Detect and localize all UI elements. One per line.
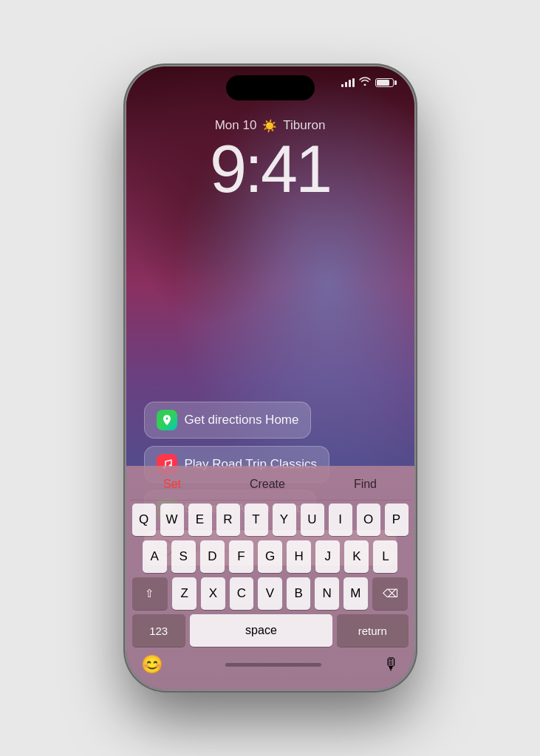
key-K[interactable]: K: [344, 540, 369, 573]
key-T[interactable]: T: [245, 504, 268, 536]
key-P[interactable]: P: [385, 504, 409, 536]
keyboard-bottom-row: 😊 🎙: [129, 651, 411, 681]
key-C[interactable]: C: [230, 577, 254, 610]
lock-screen-content: Mon 10 ☀️ Tiburon 9:41: [126, 111, 414, 202]
lock-time: 9:41: [210, 136, 330, 202]
keyboard-row-2: A S D F G H J K L: [129, 540, 411, 573]
key-E[interactable]: E: [188, 504, 212, 536]
key-N[interactable]: N: [315, 577, 339, 610]
key-H[interactable]: H: [287, 540, 311, 573]
weather-icon: ☀️: [262, 119, 277, 133]
return-key[interactable]: return: [337, 614, 409, 647]
key-L[interactable]: L: [373, 540, 397, 573]
status-icons: [341, 77, 394, 88]
key-V[interactable]: V: [258, 577, 282, 610]
dynamic-island: [226, 75, 315, 100]
key-R[interactable]: R: [216, 504, 240, 536]
key-D[interactable]: D: [200, 540, 225, 573]
suggestion-directions[interactable]: Get directions Home: [144, 402, 312, 439]
key-M[interactable]: M: [344, 577, 368, 610]
battery-icon: [375, 78, 394, 87]
keyboard-row-4: 123 space return: [129, 614, 411, 647]
wifi-icon: [359, 77, 371, 88]
key-X[interactable]: X: [201, 577, 225, 610]
phone-frame: Mon 10 ☀️ Tiburon 9:41 Get directions Ho…: [126, 66, 414, 690]
keyboard: Set Create Find Q W E R T Y U I O P A S …: [126, 466, 414, 690]
maps-icon: [157, 410, 177, 430]
key-O[interactable]: O: [357, 504, 380, 536]
key-Q[interactable]: Q: [132, 504, 156, 536]
key-J[interactable]: J: [315, 540, 340, 573]
keyboard-suggestions-row: Set Create Find: [129, 470, 411, 501]
key-A[interactable]: A: [143, 540, 167, 573]
signal-icon: [341, 78, 355, 87]
key-S[interactable]: S: [171, 540, 196, 573]
delete-key[interactable]: ⌫: [372, 577, 409, 610]
key-F[interactable]: F: [229, 540, 253, 573]
suggestion-set[interactable]: Set: [154, 475, 190, 494]
key-U[interactable]: U: [301, 504, 324, 536]
suggestion-directions-text: Get directions Home: [185, 413, 299, 427]
keyboard-row-1: Q W E R T Y U I O P: [129, 504, 411, 536]
key-I[interactable]: I: [329, 504, 352, 536]
lock-location: Tiburon: [283, 118, 325, 133]
key-G[interactable]: G: [258, 540, 282, 573]
numbers-key[interactable]: 123: [132, 614, 185, 647]
keyboard-row-3: ⇧ Z X C V B N M ⌫: [129, 577, 411, 610]
key-Z[interactable]: Z: [172, 577, 196, 610]
microphone-key[interactable]: 🎙: [383, 655, 400, 674]
space-key[interactable]: space: [190, 614, 332, 647]
key-Y[interactable]: Y: [273, 504, 296, 536]
suggestion-create[interactable]: Create: [241, 475, 294, 494]
lock-date: Mon 10: [215, 118, 257, 133]
date-weather-row: Mon 10 ☀️ Tiburon: [215, 118, 326, 133]
home-indicator: [225, 663, 321, 667]
suggestion-find[interactable]: Find: [345, 475, 386, 494]
shift-key[interactable]: ⇧: [132, 577, 168, 610]
key-B[interactable]: B: [287, 577, 311, 610]
key-W[interactable]: W: [160, 504, 184, 536]
emoji-key[interactable]: 😊: [141, 654, 163, 675]
